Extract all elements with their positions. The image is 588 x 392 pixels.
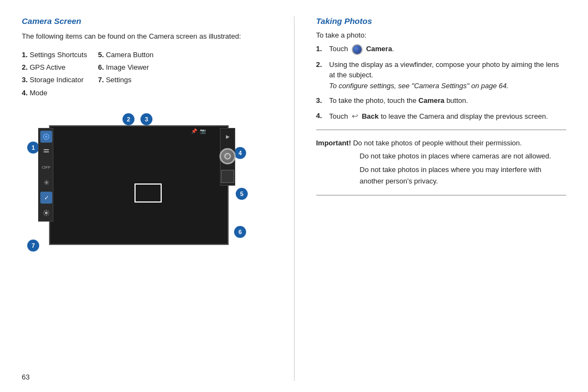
warning-3: Do not take photos in places where you m… <box>316 164 567 187</box>
step1-bold: Camera <box>366 45 392 53</box>
list-item: 4. Mode <box>22 87 87 99</box>
gps-off-icon[interactable]: OFF <box>40 161 52 173</box>
steps-list: 1. Touch Camera. 2. Using the display as… <box>316 44 567 122</box>
list-item: 5. Camera Button <box>98 48 154 61</box>
callout-1: 1 <box>27 142 39 154</box>
callout-5: 5 <box>236 188 248 200</box>
list-item: 6. Image Viewer <box>98 61 154 74</box>
back-icon: ↩ <box>352 111 358 122</box>
camera-inline-icon <box>352 44 363 55</box>
step-4: 4. Touch ↩ Back to leave the Camera and … <box>316 111 567 122</box>
svg-rect-3 <box>44 151 49 152</box>
important-label: Important! <box>316 139 351 147</box>
step3-bold: Camera <box>419 96 445 105</box>
left-column: Camera Screen The following items can be… <box>22 16 272 381</box>
flash-icon[interactable] <box>40 146 52 158</box>
divider-top <box>316 130 567 130</box>
exposure-icon[interactable]: ✓ <box>40 192 52 204</box>
gear-icon[interactable] <box>40 207 52 219</box>
taking-photos-title: Taking Photos <box>316 16 567 26</box>
items-list: 1. Settings Shortcuts 2. GPS Active 3. S… <box>22 48 272 100</box>
list-item: 1. Settings Shortcuts <box>22 48 87 61</box>
viewfinder-rect <box>134 183 162 203</box>
divider-bottom <box>316 195 567 195</box>
list-col2: 5. Camera Button 6. Image Viewer 7. Sett… <box>98 48 154 100</box>
important-text: Important! Do not take photos of people … <box>316 138 567 149</box>
intro-text: The following items can be found on the … <box>22 31 272 42</box>
list-item: 3. Storage Indicator <box>22 74 87 86</box>
list-item: 2. GPS Active <box>22 61 87 74</box>
gps-indicator: 📌 <box>191 128 197 134</box>
svg-point-4 <box>45 212 48 215</box>
callout-7: 7 <box>27 240 39 252</box>
callout-2: 2 <box>122 113 134 125</box>
camera-left-sidebar: OFF ✳ ✓ <box>38 128 53 222</box>
camera-screen-body: 📌 📷 <box>49 125 229 245</box>
step-2: 2. Using the display as a viewfinder, co… <box>316 59 567 91</box>
right-column: Taking Photos To take a photo: 1. Touch … <box>294 16 567 381</box>
step-1: 1. Touch Camera. <box>316 44 567 55</box>
camera-top-icon: 📷 <box>200 128 206 134</box>
svg-point-5 <box>225 154 230 159</box>
list-item: 7. Settings <box>98 74 154 86</box>
important-section: Important! Do not take photos of people … <box>316 138 567 187</box>
page-number: 63 <box>22 373 29 381</box>
callout-3: 3 <box>140 113 152 125</box>
camera-shutter-button[interactable] <box>219 148 236 164</box>
callout-6: 6 <box>234 226 246 238</box>
taking-photos-intro: To take a photo: <box>316 31 567 39</box>
list-col1: 1. Settings Shortcuts 2. GPS Active 3. S… <box>22 48 87 100</box>
image-viewer-thumbnail[interactable] <box>221 170 234 183</box>
svg-rect-2 <box>44 149 49 150</box>
step-3: 3. To take the photo, touch the Camera b… <box>316 95 567 106</box>
step4-bold: Back <box>362 112 378 120</box>
callout-4: 4 <box>234 147 246 159</box>
svg-point-1 <box>45 136 47 138</box>
settings-shortcut-icon[interactable] <box>40 131 52 143</box>
step2-config-text: To configure settings, see "Camera Setti… <box>329 82 509 90</box>
video-icon[interactable]: ▶ <box>222 131 234 143</box>
camera-right-sidebar: ▶ <box>220 128 235 186</box>
camera-screen-title: Camera Screen <box>22 16 272 26</box>
brightness-icon[interactable]: ✳ <box>40 176 52 188</box>
warning-2: Do not take photos in places where camer… <box>316 151 567 162</box>
camera-diagram: 1 2 3 4 5 6 7 📌 📷 <box>22 109 250 256</box>
